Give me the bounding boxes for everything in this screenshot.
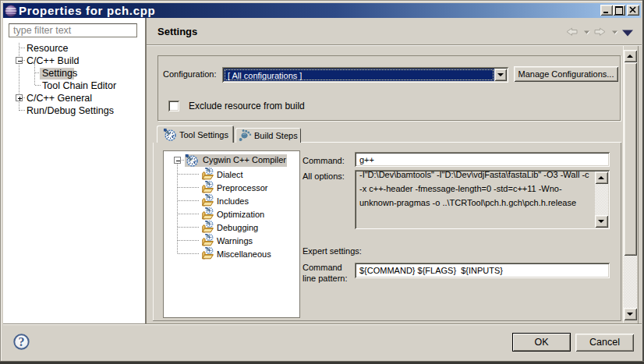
svg-text:?: ? (19, 335, 25, 348)
